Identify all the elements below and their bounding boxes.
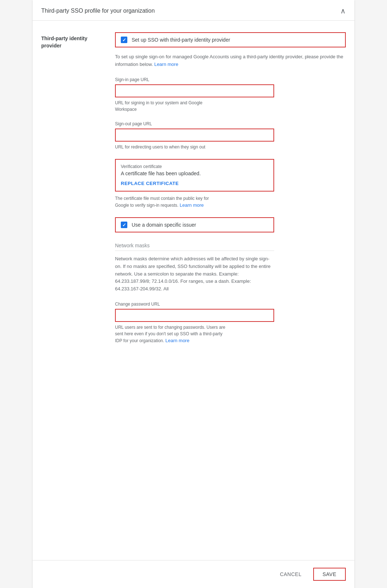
- sso-panel: Third-party SSO profile for your organiz…: [33, 0, 354, 588]
- sso-checkbox[interactable]: ✓: [121, 37, 127, 43]
- sign-in-url-group: Sign-in page URL URL for signing in to y…: [115, 77, 346, 113]
- learn-more-link-2[interactable]: Learn more: [180, 202, 204, 208]
- panel-footer: CANCEL SAVE: [33, 560, 354, 588]
- cancel-button[interactable]: CANCEL: [274, 568, 307, 580]
- collapse-icon[interactable]: ∧: [340, 7, 346, 14]
- save-button[interactable]: SAVE: [313, 568, 346, 581]
- sso-description: To set up single sign-on for managed Goo…: [115, 53, 346, 68]
- sso-checkbox-container[interactable]: ✓ Set up SSO with third-party identity p…: [115, 32, 346, 47]
- cert-label: Verification certificate: [121, 164, 268, 169]
- replace-certificate-button[interactable]: REPLACE CERTIFICATE: [121, 181, 179, 186]
- cert-description: The certificate file must contain the pu…: [115, 195, 274, 209]
- third-party-provider-row: Third-party identity provider ✓ Set up S…: [41, 32, 346, 359]
- checkmark-icon: ✓: [122, 38, 126, 42]
- row-content-third-party: ✓ Set up SSO with third-party identity p…: [106, 32, 346, 359]
- domain-checkmark-icon: ✓: [122, 223, 126, 227]
- panel-header: Third-party SSO profile for your organiz…: [33, 0, 354, 21]
- domain-issuer-checkbox[interactable]: ✓: [121, 222, 127, 228]
- change-password-url-label: Change password URL: [115, 302, 346, 307]
- panel-content: Third-party identity provider ✓ Set up S…: [33, 21, 354, 546]
- sign-in-url-input[interactable]: [115, 84, 274, 97]
- row-label-third-party: Third-party identity provider: [41, 32, 106, 49]
- sign-out-url-group: Sign-out page URL URL for redirecting us…: [115, 121, 346, 150]
- change-password-url-description: URL users are sent to for changing passw…: [115, 324, 274, 344]
- sign-out-url-input[interactable]: [115, 129, 274, 142]
- panel-title: Third-party SSO profile for your organiz…: [41, 8, 155, 14]
- network-masks-heading: Network masks: [115, 243, 274, 251]
- domain-issuer-label: Use a domain specific issuer: [132, 222, 196, 228]
- sign-out-url-description: URL for redirecting users to when they s…: [115, 144, 346, 150]
- change-password-url-group: Change password URL URL users are sent t…: [115, 302, 346, 344]
- domain-issuer-checkbox-container[interactable]: ✓ Use a domain specific issuer: [115, 217, 274, 232]
- change-password-url-input[interactable]: [115, 309, 274, 322]
- learn-more-link-3[interactable]: Learn more: [165, 338, 189, 343]
- verification-cert-box: Verification certificate A certificate f…: [115, 159, 274, 192]
- sign-in-url-label: Sign-in page URL: [115, 77, 346, 82]
- sign-out-url-label: Sign-out page URL: [115, 121, 346, 126]
- cert-status: A certificate file has been uploaded.: [121, 171, 268, 176]
- network-masks-section: Network masks Network masks determine wh…: [115, 243, 346, 293]
- learn-more-link-1[interactable]: Learn more: [154, 62, 178, 67]
- sign-in-url-description: URL for signing in to your system and Go…: [115, 100, 346, 113]
- network-masks-description: Network masks determine which addresses …: [115, 255, 274, 293]
- sso-checkbox-label: Set up SSO with third-party identity pro…: [132, 37, 230, 43]
